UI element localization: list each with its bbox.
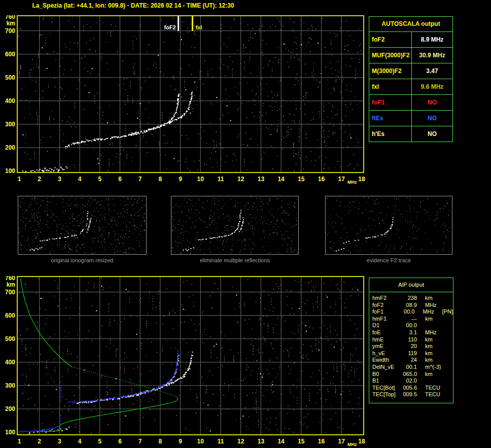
x-tick-label: 11 (218, 176, 224, 183)
aip-param-unit: km (425, 357, 443, 364)
aip-param-value: 009.5 (401, 391, 417, 398)
autoscala-param-name: ftEs (369, 111, 412, 126)
aip-row: DelN_vE00.1m^(-3) (369, 364, 453, 371)
aip-param-unit: km (425, 336, 443, 343)
x-axis-unit: MHz (347, 180, 357, 185)
aip-param-value: 08.9 (401, 302, 417, 309)
aip-param-unit: TECU (425, 391, 443, 398)
aip-param-unit: km (425, 316, 443, 323)
aip-param-value: --- (401, 316, 417, 323)
aip-row: foE3.1MHz (369, 329, 453, 336)
aip-param-value: 110 (401, 336, 417, 343)
autoscala-param-value: 3.47 (412, 63, 452, 79)
y-tick-label: 500 (5, 335, 15, 342)
autoscala-row: h'EsNO (369, 126, 452, 142)
autoscala-param-name: M(3000)F2 (369, 63, 412, 79)
aip-param-name: foF2 (372, 302, 401, 309)
y-tick-label: 100 (5, 429, 15, 436)
autoscala-param-value: 30.9 MHz (412, 48, 452, 63)
aip-param-name: foF1 (372, 308, 399, 316)
autoscala-param-name: MUF(3000)F2 (369, 48, 412, 63)
aip-param-value: 238 (401, 295, 417, 302)
x-tick-label: 12 (237, 176, 244, 183)
y-tick-label: 400 (5, 359, 15, 366)
aip-row: TEC[Bot]005.6TECU (369, 385, 453, 392)
aip-row: hmF2238km (369, 295, 453, 302)
aip-row: B102.0 (369, 377, 453, 385)
autoscala-param-name: h'Es (369, 126, 412, 142)
thumbnail-caption-multiples: eliminate multiple reflections (171, 257, 299, 263)
x-tick-label: 8 (159, 176, 162, 183)
thumbnail-original-ionogram-image (18, 196, 147, 255)
autoscala-param-name: foF2 (369, 32, 412, 47)
aip-panel-title: AIP output (369, 278, 453, 292)
y-tick-label: 700 (5, 27, 15, 35)
y-tick-label: 200 (5, 144, 15, 151)
aip-param-value: 20 (401, 343, 417, 350)
aip-row: B0065.0km (369, 371, 453, 378)
thumbnail-evidence-f2-image (325, 196, 452, 255)
marker-label-fxI: fxI (195, 24, 202, 30)
x-tick-label: 4 (78, 176, 82, 183)
autoscala-param-value: NO (412, 126, 452, 142)
aip-param-value: 119 (401, 350, 417, 357)
x-tick-label: 18 (358, 438, 365, 445)
aip-param-unit: MHz (423, 308, 440, 316)
x-tick-label: 17 (338, 438, 345, 445)
x-tick-label: 1 (18, 176, 21, 183)
autoscala-row: foF28.9 MHz (369, 32, 452, 48)
autoscala-row: M(3000)F23.47 (369, 63, 452, 79)
aip-param-value: 005.6 (401, 385, 417, 392)
aip-param-value: 00.0 (401, 322, 417, 329)
aip-row: hmE110km (369, 336, 453, 343)
aip-row: hmF1---km (369, 316, 453, 323)
x-tick-label: 3 (58, 438, 61, 445)
x-tick-label: 16 (318, 438, 325, 445)
aip-param-unit: km (425, 295, 443, 302)
y-tick-label: 600 (5, 51, 15, 58)
aip-row: h_vE119km (369, 350, 453, 357)
x-axis-unit: MHz (347, 442, 357, 447)
x-tick-label: 13 (258, 438, 265, 445)
aip-param-note: [PN] (442, 308, 453, 316)
x-tick-label: 18 (358, 176, 365, 183)
aip-param-unit: km (425, 350, 443, 357)
aip-param-name: DelN_vE (372, 364, 401, 371)
autoscala-row: fxI9.6 MHz (369, 79, 452, 95)
aip-param-value: 00.0 (399, 308, 414, 316)
aip-row: Ewidth24km (369, 357, 453, 364)
aip-param-unit (425, 322, 443, 329)
x-tick-label: 17 (338, 176, 345, 183)
aip-row: foF208.9MHz (369, 302, 453, 309)
aip-param-name: ymE (372, 343, 401, 350)
aip-param-value: 3.1 (401, 329, 417, 336)
aip-param-name: hmF1 (372, 316, 401, 323)
aip-param-name: foE (372, 329, 401, 336)
aip-param-unit: m^(-3) (425, 364, 443, 371)
aip-row: TEC[Top]009.5TECU (369, 391, 453, 398)
aip-param-unit: MHz (425, 302, 443, 309)
x-tick-label: 8 (159, 438, 162, 445)
y-tick-label: 300 (5, 382, 15, 389)
x-tick-label: 7 (138, 438, 142, 445)
aip-param-name: h_vE (372, 350, 401, 357)
autoscala-param-name: fxI (369, 79, 412, 94)
x-tick-label: 15 (298, 176, 305, 183)
autoscala-row: foF1NO (369, 95, 452, 111)
aip-param-unit (425, 377, 443, 385)
thumbnail-original-ionogram: original ionogram resized (18, 196, 147, 263)
thumbnail-eliminate-multiples-image (171, 196, 299, 255)
thumbnail-caption-evidence: evidence F2 trace (325, 257, 452, 263)
y-axis-unit: km (7, 20, 15, 27)
x-tick-label: 10 (197, 438, 204, 445)
thumbnail-evidence-f2: evidence F2 trace (325, 196, 452, 263)
x-tick-label: 7 (138, 176, 142, 183)
aip-row: ymE20km (369, 343, 453, 350)
aip-rows: hmF2238kmfoF208.9MHzfoF100.0MHz[PN]hmF1-… (369, 295, 453, 398)
aip-param-name: hmF2 (372, 295, 401, 302)
thumbnail-caption-original: original ionogram resized (18, 257, 147, 263)
autoscala-param-name: foF1 (369, 95, 412, 110)
autoscala-screen: La_Spezia (lat: +44.1, lon: 009.8) - DAT… (0, 0, 491, 448)
x-tick-label: 1 (18, 438, 21, 445)
autoscala-param-value: NO (412, 95, 452, 110)
